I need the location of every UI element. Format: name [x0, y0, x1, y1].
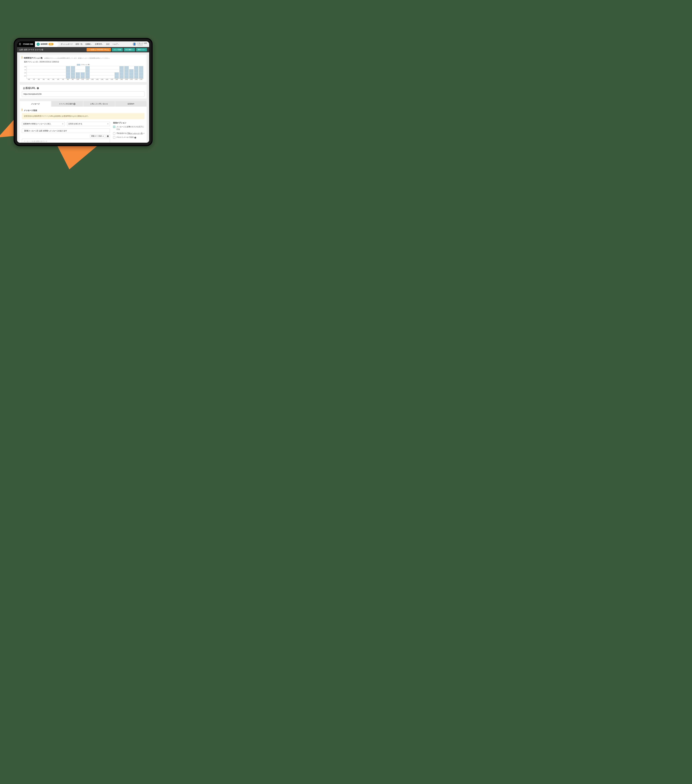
message-body-input[interactable]: メッセージを送る際のポイント [22, 139, 110, 143]
chart-legend: アクション数 [23, 64, 143, 66]
screen: ☰ ITANDI BB ☺ 追客管理 仲介 ダッシュボード顧客一覧他機能⌄反響管… [17, 41, 149, 143]
subject-input[interactable] [22, 128, 110, 133]
chart-xaxis: 0時1時2時3時4時5時6時7時8時9時10時11時12時13時14時15時16… [26, 79, 143, 80]
chevron-down-icon: ▼ [132, 49, 133, 51]
help-button[interactable]: ? [106, 135, 110, 138]
user-store: 六本木店 [137, 44, 147, 46]
chart-plot [26, 66, 143, 79]
nav-item-3[interactable]: 反響管理⌄ [95, 43, 103, 45]
workflow-button[interactable]: 業務フロー [136, 48, 147, 51]
user-menu[interactable]: 👤 イタンジ 太郎 六本木店 [130, 42, 149, 46]
section-title: メッセージ送信 [24, 109, 37, 112]
chevron-down-icon: ⌄ [118, 43, 119, 45]
insert-template-select[interactable]: 定型文を挿入する ▼ [67, 122, 110, 126]
help-icon[interactable]: ? [37, 87, 39, 89]
chevron-down-icon: ⌄ [102, 43, 103, 45]
option-label: 予約送信する 予約メッセージ一覧 ↗ [116, 132, 145, 135]
tab-1[interactable]: タスクと対応履歴2 [51, 101, 83, 107]
nav-item-0[interactable]: ダッシュボード [61, 43, 73, 45]
app-name: 追客管理 [41, 43, 48, 45]
message-panel: メッセージ送信 定型文内のお客様専用マイページURLは送信時にお客様専用のものに… [20, 107, 147, 143]
tab-3[interactable]: 提案物件 [115, 101, 147, 107]
nav-item-5[interactable]: ヘルプ⌄ [112, 43, 119, 45]
history-button[interactable]: 対応履歴▼ [124, 48, 135, 51]
avatar-icon: 👤 [133, 42, 136, 46]
app-switcher[interactable]: ☺ 追客管理 仲介 [35, 41, 57, 47]
section-accent [22, 56, 22, 59]
section-subtitle: お客様のアクションがある時間帯を表示しています。架電やメッセージ送信時間の参考に… [44, 57, 110, 59]
top-nav: ☰ ITANDI BB ☺ 追客管理 仲介 ダッシュボード顧客一覧他機能⌄反響管… [17, 41, 149, 47]
legend-swatch [77, 64, 80, 66]
scheduled-send-checkbox[interactable] [113, 132, 115, 135]
apply-button[interactable]: この顧客をITANDIBBで申込む [87, 48, 111, 51]
chevron-down-icon: ▼ [62, 123, 63, 125]
help-icon: ? [107, 135, 109, 137]
nav-item-1[interactable]: 顧客一覧 [76, 43, 82, 45]
help-icon[interactable]: ? [134, 137, 136, 138]
chart-yaxis: 2.01.51.00.5 [23, 66, 26, 79]
complete-task-checkbox[interactable]: ✓ [113, 126, 115, 128]
user-name: イタンジ 太郎 [137, 42, 147, 44]
app-badge: 仲介 [48, 43, 53, 45]
chevron-down-icon: ▼ [107, 123, 109, 125]
tab-0[interactable]: メッセージ [20, 101, 51, 107]
section-accent [22, 109, 22, 111]
section-title: 時間帯別アクション数 [24, 57, 43, 59]
detail-tabs: メッセージタスクと対応履歴2お気に入り/問い合わせ提案物件 [20, 101, 147, 107]
insert-property-select[interactable]: 提案物件の情報をメッセージに挿入 ▼ [22, 122, 65, 126]
option-label: テキストメールで送信 ? [116, 136, 136, 138]
option-label: メッセージと反響のタスクを完了にする [116, 125, 145, 131]
customer-url-card: お客様URL ? [20, 85, 147, 99]
actions-chart-card: 時間帯別アクション数 お客様のアクションがある時間帯を表示しています。架電やメッ… [20, 54, 147, 82]
notice-banner: 定型文内のお客様専用マイページURLは送信時にお客様専用のものに変換されます。 [22, 113, 145, 119]
tab-badge: 2 [73, 103, 76, 105]
tab-2[interactable]: お気に入り/問い合わせ [84, 101, 115, 107]
insert-code-button[interactable]: 変換コード挿入 ▼ [90, 135, 105, 138]
app-icon: ☺ [36, 43, 40, 46]
chevron-down-icon: ⌄ [91, 43, 92, 45]
customer-name: 山田 太郎 (ヤマダ タロウ) 様 [19, 48, 86, 51]
nav-item-4[interactable]: 設定 [106, 43, 110, 45]
send-options-title: 送信オプション [113, 122, 145, 124]
content-area: 時間帯別アクション数 お客様のアクションがある時間帯を表示しています。架電やメッ… [17, 53, 149, 143]
scheduled-list-link[interactable]: 予約メッセージ一覧 [127, 132, 143, 134]
logo[interactable]: ITANDI BB [23, 41, 35, 47]
section-title: お客様URL [23, 87, 36, 90]
menu-icon[interactable]: ☰ [17, 41, 23, 47]
customer-header: 山田 太郎 (ヤマダ タロウ) 様 この顧客をITANDIBBで申込む タスク登… [17, 47, 149, 53]
nav-item-2[interactable]: 他機能⌄ [85, 43, 92, 45]
last-action-date: 最終アクション日：2023年3月31日 12時01分 [24, 61, 145, 63]
tablet-frame: ☰ ITANDI BB ☺ 追客管理 仲介 ダッシュボード顧客一覧他機能⌄反響管… [14, 38, 153, 146]
task-register-button[interactable]: タスク登録 [112, 48, 123, 51]
text-mail-checkbox[interactable] [113, 136, 115, 138]
chevron-down-icon: ▼ [103, 136, 104, 137]
customer-url-input[interactable] [22, 91, 145, 97]
external-link-icon: ↗ [143, 132, 145, 134]
